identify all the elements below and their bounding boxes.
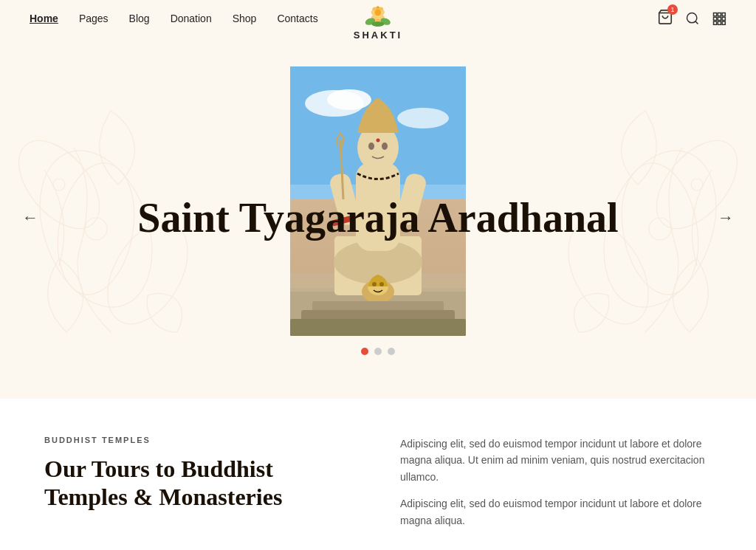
section-tag: BUDDHIST TEMPLES (44, 436, 356, 444)
hero-next-button[interactable]: → (718, 208, 734, 227)
svg-line-11 (695, 21, 698, 24)
logo[interactable]: SHAKTI (354, 0, 402, 41)
below-hero-paragraph-1: Adipiscing elit, sed do euismod tempor i… (400, 436, 712, 485)
below-hero-section: BUDDHIST TEMPLES Our Tours to Buddhist T… (0, 399, 756, 550)
hero-dot-1[interactable] (361, 348, 368, 355)
cart-badge: 1 (667, 4, 678, 15)
svg-point-8 (371, 21, 384, 27)
svg-rect-12 (714, 13, 717, 16)
svg-rect-60 (290, 319, 466, 336)
below-hero-left: BUDDHIST TEMPLES Our Tours to Buddhist T… (44, 436, 356, 529)
svg-point-36 (327, 89, 371, 110)
svg-point-46 (382, 142, 388, 150)
nav-blog[interactable]: Blog (129, 13, 150, 24)
svg-point-47 (377, 138, 380, 142)
nav-pages[interactable]: Pages (79, 13, 109, 24)
below-hero-paragraph-2: Adipiscing elit, sed do euismod tempor i… (400, 495, 712, 529)
below-hero-right: Adipiscing elit, sed do euismod tempor i… (400, 436, 712, 529)
grid-icon (712, 11, 726, 26)
search-button[interactable] (685, 11, 700, 26)
svg-rect-19 (718, 21, 721, 24)
svg-point-45 (368, 142, 374, 150)
nav-contacts[interactable]: Contacts (277, 13, 317, 24)
section-title: Our Tours to Buddhist Temples & Monaster… (44, 455, 356, 512)
svg-point-37 (397, 108, 449, 128)
search-icon (685, 11, 700, 26)
svg-rect-20 (722, 21, 725, 24)
svg-rect-16 (718, 17, 721, 20)
svg-point-5 (375, 9, 382, 16)
nav-shop[interactable]: Shop (233, 13, 257, 24)
svg-point-44 (372, 98, 384, 116)
hero-dots (361, 348, 395, 355)
svg-rect-17 (722, 17, 725, 20)
svg-rect-15 (714, 17, 717, 20)
hero-image (290, 66, 466, 336)
hero-section: Saint Tyagaraja Aradhanal ← (0, 37, 756, 399)
hero-statue-svg (290, 66, 466, 336)
hero-dot-3[interactable] (388, 348, 395, 355)
svg-rect-14 (722, 13, 725, 16)
header-icons: 1 (657, 9, 726, 28)
hero-dot-2[interactable] (374, 348, 382, 355)
lotus-icon (359, 0, 397, 28)
header: Home Pages Blog Donation Shop Contacts S… (0, 0, 756, 37)
svg-rect-13 (718, 13, 721, 16)
logo-text: SHAKTI (354, 30, 402, 41)
nav-home[interactable]: Home (30, 13, 58, 24)
svg-point-10 (687, 13, 697, 23)
hero-content (0, 66, 756, 370)
hero-prev-button[interactable]: ← (22, 208, 38, 227)
main-nav: Home Pages Blog Donation Shop Contacts (30, 13, 318, 24)
svg-rect-18 (714, 21, 717, 24)
cart-button[interactable]: 1 (657, 9, 673, 28)
nav-donation[interactable]: Donation (171, 13, 212, 24)
grid-button[interactable] (712, 11, 726, 26)
